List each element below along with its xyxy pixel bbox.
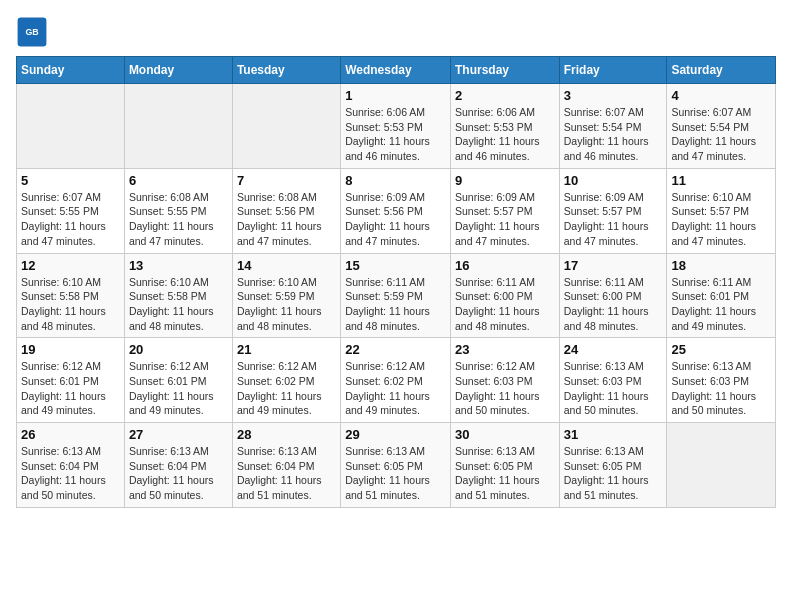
- day-info: Sunrise: 6:09 AM Sunset: 5:57 PM Dayligh…: [455, 190, 555, 249]
- calendar-cell: 9Sunrise: 6:09 AM Sunset: 5:57 PM Daylig…: [450, 168, 559, 253]
- svg-text:GB: GB: [25, 27, 38, 37]
- logo: GB: [16, 16, 52, 48]
- calendar-cell: 8Sunrise: 6:09 AM Sunset: 5:56 PM Daylig…: [341, 168, 451, 253]
- weekday-header-tuesday: Tuesday: [232, 57, 340, 84]
- day-number: 12: [21, 258, 120, 273]
- day-number: 22: [345, 342, 446, 357]
- weekday-header-monday: Monday: [124, 57, 232, 84]
- day-number: 20: [129, 342, 228, 357]
- calendar-cell: [232, 84, 340, 169]
- day-info: Sunrise: 6:12 AM Sunset: 6:01 PM Dayligh…: [21, 359, 120, 418]
- calendar-cell: 10Sunrise: 6:09 AM Sunset: 5:57 PM Dayli…: [559, 168, 667, 253]
- day-info: Sunrise: 6:13 AM Sunset: 6:04 PM Dayligh…: [129, 444, 228, 503]
- day-info: Sunrise: 6:11 AM Sunset: 6:01 PM Dayligh…: [671, 275, 771, 334]
- day-info: Sunrise: 6:06 AM Sunset: 5:53 PM Dayligh…: [455, 105, 555, 164]
- calendar-cell: 18Sunrise: 6:11 AM Sunset: 6:01 PM Dayli…: [667, 253, 776, 338]
- day-info: Sunrise: 6:06 AM Sunset: 5:53 PM Dayligh…: [345, 105, 446, 164]
- day-info: Sunrise: 6:12 AM Sunset: 6:01 PM Dayligh…: [129, 359, 228, 418]
- calendar-cell: 22Sunrise: 6:12 AM Sunset: 6:02 PM Dayli…: [341, 338, 451, 423]
- day-info: Sunrise: 6:10 AM Sunset: 5:58 PM Dayligh…: [129, 275, 228, 334]
- calendar-cell: 5Sunrise: 6:07 AM Sunset: 5:55 PM Daylig…: [17, 168, 125, 253]
- day-info: Sunrise: 6:12 AM Sunset: 6:03 PM Dayligh…: [455, 359, 555, 418]
- day-number: 26: [21, 427, 120, 442]
- calendar-cell: 11Sunrise: 6:10 AM Sunset: 5:57 PM Dayli…: [667, 168, 776, 253]
- weekday-header-friday: Friday: [559, 57, 667, 84]
- calendar-cell: 19Sunrise: 6:12 AM Sunset: 6:01 PM Dayli…: [17, 338, 125, 423]
- day-number: 5: [21, 173, 120, 188]
- calendar-cell: [17, 84, 125, 169]
- calendar-cell: 14Sunrise: 6:10 AM Sunset: 5:59 PM Dayli…: [232, 253, 340, 338]
- day-info: Sunrise: 6:08 AM Sunset: 5:55 PM Dayligh…: [129, 190, 228, 249]
- day-number: 27: [129, 427, 228, 442]
- day-number: 28: [237, 427, 336, 442]
- day-number: 3: [564, 88, 663, 103]
- day-number: 31: [564, 427, 663, 442]
- day-number: 15: [345, 258, 446, 273]
- day-number: 1: [345, 88, 446, 103]
- day-number: 8: [345, 173, 446, 188]
- day-info: Sunrise: 6:08 AM Sunset: 5:56 PM Dayligh…: [237, 190, 336, 249]
- day-number: 23: [455, 342, 555, 357]
- calendar-cell: 12Sunrise: 6:10 AM Sunset: 5:58 PM Dayli…: [17, 253, 125, 338]
- day-info: Sunrise: 6:13 AM Sunset: 6:05 PM Dayligh…: [345, 444, 446, 503]
- logo-icon: GB: [16, 16, 48, 48]
- calendar-cell: 3Sunrise: 6:07 AM Sunset: 5:54 PM Daylig…: [559, 84, 667, 169]
- calendar-cell: 27Sunrise: 6:13 AM Sunset: 6:04 PM Dayli…: [124, 423, 232, 508]
- weekday-header-wednesday: Wednesday: [341, 57, 451, 84]
- calendar-cell: [124, 84, 232, 169]
- calendar-cell: 6Sunrise: 6:08 AM Sunset: 5:55 PM Daylig…: [124, 168, 232, 253]
- calendar-cell: 25Sunrise: 6:13 AM Sunset: 6:03 PM Dayli…: [667, 338, 776, 423]
- day-number: 7: [237, 173, 336, 188]
- calendar-table: SundayMondayTuesdayWednesdayThursdayFrid…: [16, 56, 776, 508]
- day-info: Sunrise: 6:11 AM Sunset: 6:00 PM Dayligh…: [564, 275, 663, 334]
- calendar-cell: 21Sunrise: 6:12 AM Sunset: 6:02 PM Dayli…: [232, 338, 340, 423]
- calendar-cell: 13Sunrise: 6:10 AM Sunset: 5:58 PM Dayli…: [124, 253, 232, 338]
- day-number: 9: [455, 173, 555, 188]
- day-number: 24: [564, 342, 663, 357]
- day-number: 25: [671, 342, 771, 357]
- calendar-cell: 7Sunrise: 6:08 AM Sunset: 5:56 PM Daylig…: [232, 168, 340, 253]
- calendar-cell: 1Sunrise: 6:06 AM Sunset: 5:53 PM Daylig…: [341, 84, 451, 169]
- weekday-header-saturday: Saturday: [667, 57, 776, 84]
- calendar-cell: 20Sunrise: 6:12 AM Sunset: 6:01 PM Dayli…: [124, 338, 232, 423]
- day-info: Sunrise: 6:07 AM Sunset: 5:54 PM Dayligh…: [671, 105, 771, 164]
- day-number: 2: [455, 88, 555, 103]
- calendar-cell: 28Sunrise: 6:13 AM Sunset: 6:04 PM Dayli…: [232, 423, 340, 508]
- calendar-cell: 24Sunrise: 6:13 AM Sunset: 6:03 PM Dayli…: [559, 338, 667, 423]
- calendar-cell: 29Sunrise: 6:13 AM Sunset: 6:05 PM Dayli…: [341, 423, 451, 508]
- day-info: Sunrise: 6:13 AM Sunset: 6:04 PM Dayligh…: [237, 444, 336, 503]
- day-info: Sunrise: 6:13 AM Sunset: 6:03 PM Dayligh…: [671, 359, 771, 418]
- day-info: Sunrise: 6:10 AM Sunset: 5:57 PM Dayligh…: [671, 190, 771, 249]
- day-number: 4: [671, 88, 771, 103]
- calendar-cell: 17Sunrise: 6:11 AM Sunset: 6:00 PM Dayli…: [559, 253, 667, 338]
- day-number: 10: [564, 173, 663, 188]
- day-info: Sunrise: 6:13 AM Sunset: 6:05 PM Dayligh…: [455, 444, 555, 503]
- day-info: Sunrise: 6:09 AM Sunset: 5:57 PM Dayligh…: [564, 190, 663, 249]
- calendar-cell: 26Sunrise: 6:13 AM Sunset: 6:04 PM Dayli…: [17, 423, 125, 508]
- day-info: Sunrise: 6:13 AM Sunset: 6:03 PM Dayligh…: [564, 359, 663, 418]
- day-number: 14: [237, 258, 336, 273]
- calendar-cell: 4Sunrise: 6:07 AM Sunset: 5:54 PM Daylig…: [667, 84, 776, 169]
- day-info: Sunrise: 6:10 AM Sunset: 5:58 PM Dayligh…: [21, 275, 120, 334]
- calendar-cell: 15Sunrise: 6:11 AM Sunset: 5:59 PM Dayli…: [341, 253, 451, 338]
- day-info: Sunrise: 6:09 AM Sunset: 5:56 PM Dayligh…: [345, 190, 446, 249]
- calendar-cell: 16Sunrise: 6:11 AM Sunset: 6:00 PM Dayli…: [450, 253, 559, 338]
- day-number: 29: [345, 427, 446, 442]
- day-info: Sunrise: 6:13 AM Sunset: 6:04 PM Dayligh…: [21, 444, 120, 503]
- day-number: 17: [564, 258, 663, 273]
- weekday-header-thursday: Thursday: [450, 57, 559, 84]
- day-number: 30: [455, 427, 555, 442]
- day-number: 19: [21, 342, 120, 357]
- day-info: Sunrise: 6:07 AM Sunset: 5:55 PM Dayligh…: [21, 190, 120, 249]
- calendar-cell: [667, 423, 776, 508]
- day-info: Sunrise: 6:11 AM Sunset: 6:00 PM Dayligh…: [455, 275, 555, 334]
- day-info: Sunrise: 6:13 AM Sunset: 6:05 PM Dayligh…: [564, 444, 663, 503]
- calendar-cell: 23Sunrise: 6:12 AM Sunset: 6:03 PM Dayli…: [450, 338, 559, 423]
- day-number: 18: [671, 258, 771, 273]
- day-info: Sunrise: 6:12 AM Sunset: 6:02 PM Dayligh…: [237, 359, 336, 418]
- day-number: 6: [129, 173, 228, 188]
- calendar-cell: 2Sunrise: 6:06 AM Sunset: 5:53 PM Daylig…: [450, 84, 559, 169]
- day-number: 21: [237, 342, 336, 357]
- day-info: Sunrise: 6:11 AM Sunset: 5:59 PM Dayligh…: [345, 275, 446, 334]
- weekday-header-sunday: Sunday: [17, 57, 125, 84]
